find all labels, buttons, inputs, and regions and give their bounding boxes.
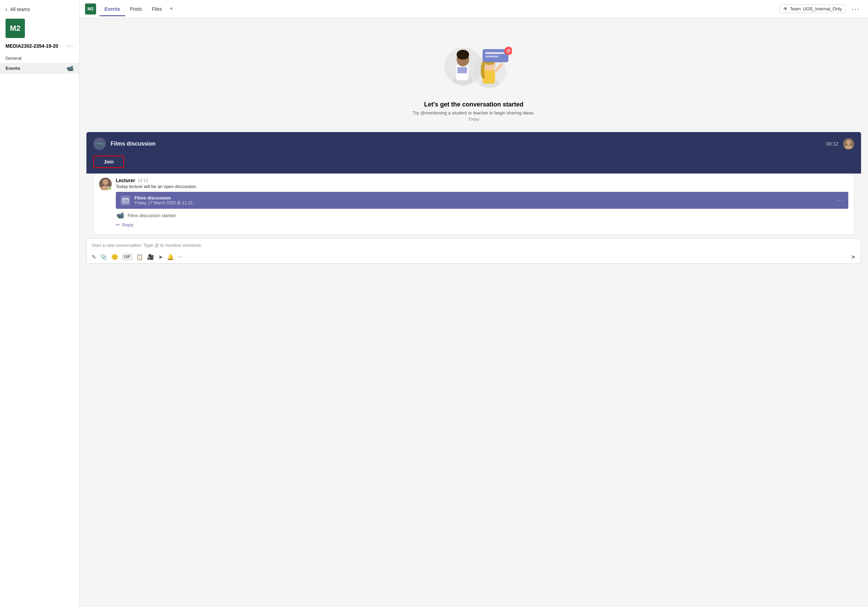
- compose-area: Start a new conversation. Type @ to ment…: [87, 238, 861, 264]
- meeting-timer: 00:12: [826, 141, 838, 147]
- channel-label-general: General: [6, 56, 22, 61]
- more-options-button[interactable]: ···: [849, 3, 862, 14]
- video-compose-icon[interactable]: 🎥: [147, 254, 154, 260]
- meeting-card-left: 📹 Films discussion: [93, 138, 155, 150]
- sticker-icon[interactable]: 📋: [136, 254, 143, 260]
- tab-posts[interactable]: Posts: [125, 2, 147, 16]
- disc-video-icon: 📹: [116, 212, 124, 219]
- svg-point-6: [457, 54, 468, 59]
- message-row: Lecturer 11:11 Today lecture will be an …: [99, 178, 848, 228]
- visibility-sub-label: UOS_Internal_Only: [803, 6, 842, 11]
- svg-rect-28: [124, 201, 125, 201]
- team-visibility-button[interactable]: 👁 Team UOS_Internal_Only: [780, 5, 846, 13]
- reply-button[interactable]: ↩ Reply: [116, 222, 848, 228]
- illustration-area: @ Let's get the conversation started Try…: [79, 18, 868, 129]
- svg-rect-14: [485, 52, 504, 54]
- channel-item-events[interactable]: Events 📹: [0, 63, 79, 74]
- svg-rect-24: [123, 198, 128, 203]
- visibility-team-label: Team: [790, 6, 801, 11]
- meeting-section: 📹 Films discussion 00:12: [79, 129, 868, 235]
- team-name: MEDIA2302-2354-19-20: [6, 43, 59, 49]
- back-label: All teams: [10, 6, 30, 12]
- visibility-icon: 👁: [783, 6, 788, 11]
- back-button[interactable]: ‹ All teams: [0, 0, 79, 17]
- team-avatar: M2: [6, 19, 25, 38]
- meeting-ref-more-button[interactable]: ···: [836, 197, 843, 204]
- back-arrow-icon: ‹: [6, 6, 7, 12]
- svg-rect-29: [125, 201, 126, 201]
- content-area: @ Let's get the conversation started Try…: [79, 18, 868, 607]
- emoji-icon[interactable]: 🙂: [111, 254, 118, 260]
- svg-point-22: [103, 180, 108, 185]
- meeting-video-icon: 📹: [93, 138, 106, 150]
- conversation-subtitle: Try @mentioning a student or teacher to …: [413, 110, 535, 115]
- svg-rect-15: [485, 56, 499, 57]
- compose-input[interactable]: Start a new conversation. Type @ to ment…: [91, 243, 856, 249]
- discussion-started-row: 📹 Films discussion started: [116, 212, 848, 219]
- message-time: 11:11: [138, 178, 148, 183]
- team-options-button[interactable]: ···: [67, 42, 74, 50]
- team-name-row: MEDIA2302-2354-19-20 ···: [0, 42, 79, 54]
- meeting-avatar: [843, 138, 854, 149]
- message-content: Lecturer 11:11 Today lecture will be an …: [116, 178, 848, 228]
- meeting-title: Films discussion: [111, 141, 155, 147]
- message-sender: Lecturer: [116, 178, 135, 183]
- sidebar: ‹ All teams M2 MEDIA2302-2354-19-20 ··· …: [0, 0, 79, 607]
- gif-icon[interactable]: GIF: [122, 254, 132, 260]
- message-text: Today lecture will be an open discussion…: [116, 184, 848, 189]
- meeting-ref-title: Films discussion: [135, 195, 832, 200]
- discussion-started-label: Films discussion started: [127, 213, 176, 218]
- tab-bar-team-badge: M2: [85, 3, 96, 14]
- attach-icon[interactable]: 📎: [100, 254, 107, 260]
- channel-list: General Events 📹: [0, 54, 79, 74]
- svg-rect-7: [457, 67, 467, 73]
- channel-label-events: Events: [6, 66, 20, 71]
- channel-video-icon: 📹: [67, 65, 74, 71]
- channel-item-general[interactable]: General: [0, 54, 79, 63]
- meeting-card: 📹 Films discussion 00:12: [87, 132, 861, 156]
- reply-label: Reply: [122, 222, 133, 228]
- compose-toolbar: ✎ 📎 🙂 GIF 📋 🎥 ➤ 🔔 ··· ➤: [91, 253, 856, 261]
- compose-more-icon[interactable]: ···: [178, 254, 183, 260]
- svg-text:@: @: [507, 48, 511, 53]
- online-status-dot: [108, 187, 112, 190]
- notification-icon[interactable]: 🔔: [167, 254, 174, 260]
- illustration-image: @: [436, 32, 512, 94]
- meeting-card-right: 00:12: [826, 138, 854, 149]
- join-button[interactable]: Join: [93, 156, 124, 168]
- tab-add-button[interactable]: +: [167, 2, 176, 16]
- lecturer-avatar: [99, 178, 112, 190]
- meeting-ref-icon: [121, 196, 130, 205]
- reply-arrow-icon: ↩: [116, 222, 120, 228]
- format-icon[interactable]: ✎: [91, 254, 96, 260]
- tab-files[interactable]: Files: [147, 2, 167, 16]
- meeting-ref-date: Friday, 27 March 2020 @ 11:15: [135, 200, 832, 205]
- tab-events[interactable]: Events: [99, 2, 125, 16]
- tab-bar: M2 Events Posts Files + 👁 Team UOS_Inter…: [79, 0, 868, 18]
- meeting-ref-info: Films discussion Friday, 27 March 2020 @…: [135, 195, 832, 205]
- send-alt-icon[interactable]: ➤: [158, 254, 163, 260]
- today-label: Today: [468, 117, 479, 122]
- message-header: Lecturer 11:11: [116, 178, 848, 183]
- svg-point-19: [846, 140, 851, 145]
- tab-bar-right: 👁 Team UOS_Internal_Only ···: [780, 3, 862, 14]
- conversation-title: Let's get the conversation started: [424, 101, 523, 108]
- join-button-row: Join: [87, 156, 861, 173]
- message-thread: Lecturer 11:11 Today lecture will be an …: [93, 173, 854, 235]
- send-button[interactable]: ➤: [851, 253, 856, 261]
- meeting-reference-card[interactable]: Films discussion Friday, 27 March 2020 @…: [116, 192, 848, 209]
- main-area: M2 Events Posts Files + 👁 Team UOS_Inter…: [79, 0, 868, 607]
